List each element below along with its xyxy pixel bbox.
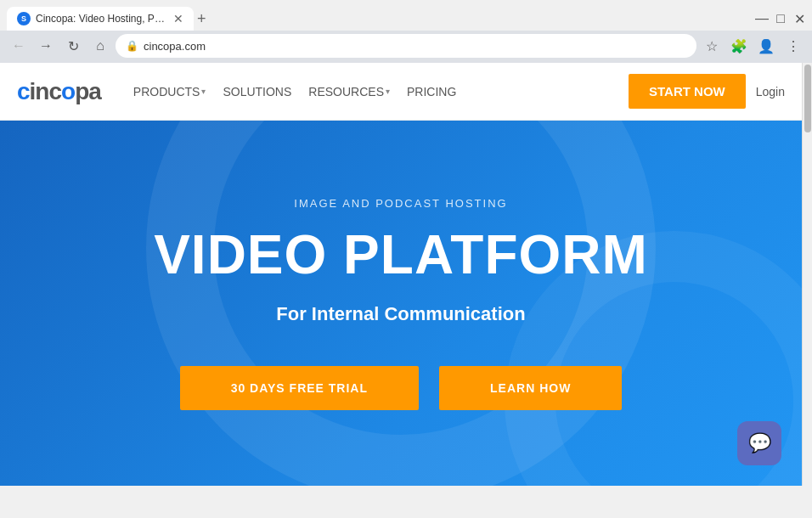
- chat-widget[interactable]: 💬: [737, 421, 781, 465]
- cincopa-logo[interactable]: cincopa: [17, 78, 101, 105]
- nav-resources[interactable]: RESOURCES ▾: [302, 82, 397, 102]
- window-controls: — □ ✕: [756, 13, 805, 25]
- minimize-button[interactable]: —: [756, 13, 768, 25]
- nav-actions: START NOW Login: [629, 74, 785, 109]
- reload-button[interactable]: ↻: [61, 34, 85, 58]
- start-now-button[interactable]: START NOW: [629, 74, 746, 109]
- logo-incopa: inc: [30, 78, 61, 104]
- title-bar: S Cincopa: Video Hosting, Photo G ✕ + — …: [0, 0, 812, 31]
- address-bar[interactable]: 🔒 cincopa.com: [116, 34, 696, 58]
- hero-description: For Internal Communication: [276, 303, 525, 325]
- menu-button[interactable]: ⋮: [781, 34, 805, 58]
- nav-products-label: PRODUCTS: [133, 85, 200, 99]
- hero-buttons: 30 DAYS FREE TRIAL LEARN HOW: [180, 366, 623, 410]
- hero-section: IMAGE AND PODCAST HOSTING VIDEO PLATFORM…: [0, 121, 802, 486]
- nav-products-arrow: ▾: [201, 87, 206, 96]
- scrollbar[interactable]: [802, 63, 812, 486]
- chat-icon: 💬: [748, 432, 771, 454]
- maximize-button[interactable]: □: [775, 13, 787, 25]
- address-actions: ☆ 🧩 👤 ⋮: [700, 34, 805, 58]
- url-display: cincopa.com: [144, 40, 686, 53]
- extensions-button[interactable]: 🧩: [727, 34, 751, 58]
- nav-resources-label: RESOURCES: [308, 85, 384, 99]
- login-link[interactable]: Login: [756, 85, 785, 99]
- nav-products[interactable]: PRODUCTS ▾: [127, 82, 213, 102]
- close-button[interactable]: ✕: [793, 13, 805, 25]
- website: cincopa PRODUCTS ▾ SOLUTIONS RESOURCES ▾…: [0, 63, 802, 486]
- hero-subtitle: IMAGE AND PODCAST HOSTING: [294, 197, 507, 210]
- home-button[interactable]: ⌂: [88, 34, 112, 58]
- profile-button[interactable]: 👤: [754, 34, 778, 58]
- tab-favicon: S: [17, 12, 31, 25]
- address-bar-row: ← → ↻ ⌂ 🔒 cincopa.com ☆ 🧩 👤 ⋮: [0, 31, 812, 63]
- learn-how-button[interactable]: LEARN HOW: [439, 366, 622, 410]
- nav-solutions-label: SOLUTIONS: [223, 85, 291, 99]
- nav-resources-arrow: ▾: [386, 87, 390, 96]
- logo-o: o: [61, 78, 75, 104]
- page-content-area: cincopa PRODUCTS ▾ SOLUTIONS RESOURCES ▾…: [0, 63, 812, 486]
- logo-c: c: [17, 78, 30, 104]
- tab-title: Cincopa: Video Hosting, Photo G: [36, 13, 165, 25]
- bookmark-button[interactable]: ☆: [700, 34, 724, 58]
- browser-chrome: S Cincopa: Video Hosting, Photo G ✕ + — …: [0, 0, 812, 63]
- scroll-thumb[interactable]: [804, 65, 811, 132]
- site-navbar: cincopa PRODUCTS ▾ SOLUTIONS RESOURCES ▾…: [0, 63, 802, 121]
- logo-pa: pa: [75, 78, 101, 104]
- trial-button[interactable]: 30 DAYS FREE TRIAL: [180, 366, 419, 410]
- active-tab[interactable]: S Cincopa: Video Hosting, Photo G ✕: [7, 7, 194, 31]
- back-button[interactable]: ←: [7, 34, 31, 58]
- hero-title: VIDEO PLATFORM: [154, 223, 648, 286]
- nav-pricing[interactable]: PRICING: [400, 82, 463, 102]
- tab-close-button[interactable]: ✕: [173, 12, 183, 25]
- nav-links: PRODUCTS ▾ SOLUTIONS RESOURCES ▾ PRICING: [127, 82, 629, 102]
- nav-solutions[interactable]: SOLUTIONS: [216, 82, 298, 102]
- nav-pricing-label: PRICING: [407, 85, 456, 99]
- new-tab-button[interactable]: +: [197, 11, 206, 26]
- forward-button[interactable]: →: [34, 34, 58, 58]
- lock-icon: 🔒: [126, 40, 138, 52]
